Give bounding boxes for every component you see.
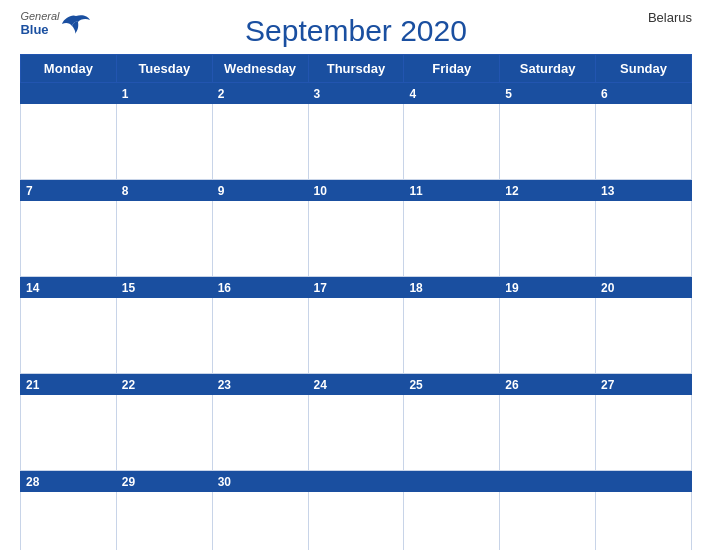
week-content-row-1 (21, 104, 692, 180)
day-cell (116, 395, 212, 471)
day-cell (212, 395, 308, 471)
day-cell (116, 201, 212, 277)
day-number: 27 (601, 378, 614, 392)
band-cell: 20 (596, 277, 692, 298)
band-cell: 18 (404, 277, 500, 298)
calendar: Monday Tuesday Wednesday Thursday Friday… (20, 54, 692, 550)
day-cell (404, 298, 500, 374)
day-cell (212, 201, 308, 277)
day-number: 10 (314, 184, 327, 198)
day-number: 17 (314, 281, 327, 295)
day-cell (596, 492, 692, 551)
day-number: 16 (218, 281, 231, 295)
country-label: Belarus (648, 10, 692, 25)
logo-blue: Blue (20, 22, 59, 37)
day-number: 23 (218, 378, 231, 392)
band-cell: 21 (21, 374, 117, 395)
band-cell (21, 83, 117, 104)
day-cell (404, 201, 500, 277)
band-cell: 17 (308, 277, 404, 298)
day-cell (308, 298, 404, 374)
col-sunday: Sunday (596, 55, 692, 83)
day-number: 29 (122, 475, 135, 489)
day-cell (21, 492, 117, 551)
day-cell (212, 298, 308, 374)
band-cell: 4 (404, 83, 500, 104)
band-cell: 29 (116, 471, 212, 492)
calendar-header: General Blue September 2020 Belarus (20, 10, 692, 48)
band-cell: 7 (21, 180, 117, 201)
day-number: 18 (409, 281, 422, 295)
day-cell (308, 201, 404, 277)
day-number: 30 (218, 475, 231, 489)
weekday-header-row: Monday Tuesday Wednesday Thursday Friday… (21, 55, 692, 83)
band-cell: 10 (308, 180, 404, 201)
day-cell (21, 104, 117, 180)
band-cell: 22 (116, 374, 212, 395)
band-cell (500, 471, 596, 492)
day-cell (116, 104, 212, 180)
band-cell: 14 (21, 277, 117, 298)
day-cell (500, 395, 596, 471)
day-cell (308, 395, 404, 471)
day-cell (404, 104, 500, 180)
day-number: 3 (314, 87, 321, 101)
band-cell: 1 (116, 83, 212, 104)
day-number: 20 (601, 281, 614, 295)
band-cell: 15 (116, 277, 212, 298)
band-cell (596, 471, 692, 492)
week-band-row-5: 282930 (21, 471, 692, 492)
logo: General Blue (20, 10, 90, 37)
day-number: 21 (26, 378, 39, 392)
day-number: 28 (26, 475, 39, 489)
day-cell (500, 492, 596, 551)
day-number: 9 (218, 184, 225, 198)
day-number: 8 (122, 184, 129, 198)
band-cell: 9 (212, 180, 308, 201)
band-cell: 2 (212, 83, 308, 104)
band-cell: 11 (404, 180, 500, 201)
day-number: 15 (122, 281, 135, 295)
day-number: 11 (409, 184, 422, 198)
band-cell: 30 (212, 471, 308, 492)
day-cell (500, 298, 596, 374)
band-cell: 25 (404, 374, 500, 395)
day-cell (212, 104, 308, 180)
day-cell (500, 104, 596, 180)
day-cell (500, 201, 596, 277)
band-cell: 28 (21, 471, 117, 492)
band-cell: 23 (212, 374, 308, 395)
band-cell: 16 (212, 277, 308, 298)
band-cell (404, 471, 500, 492)
band-cell: 3 (308, 83, 404, 104)
band-cell: 26 (500, 374, 596, 395)
day-number: 22 (122, 378, 135, 392)
logo-general: General (20, 10, 59, 22)
day-number: 1 (122, 87, 129, 101)
day-number: 24 (314, 378, 327, 392)
day-number: 13 (601, 184, 614, 198)
day-number: 5 (505, 87, 512, 101)
day-cell (212, 492, 308, 551)
day-number: 19 (505, 281, 518, 295)
day-cell (308, 104, 404, 180)
day-cell (116, 298, 212, 374)
day-cell (21, 298, 117, 374)
week-content-row-3 (21, 298, 692, 374)
day-number: 4 (409, 87, 416, 101)
band-cell: 8 (116, 180, 212, 201)
day-number: 26 (505, 378, 518, 392)
week-band-row-1: 123456 (21, 83, 692, 104)
day-number: 12 (505, 184, 518, 198)
col-tuesday: Tuesday (116, 55, 212, 83)
day-cell (596, 201, 692, 277)
day-cell (596, 395, 692, 471)
calendar-table: Monday Tuesday Wednesday Thursday Friday… (20, 54, 692, 550)
page-title: September 2020 (245, 14, 467, 48)
col-wednesday: Wednesday (212, 55, 308, 83)
week-content-row-4 (21, 395, 692, 471)
band-cell: 19 (500, 277, 596, 298)
band-cell: 27 (596, 374, 692, 395)
col-monday: Monday (21, 55, 117, 83)
day-cell (21, 201, 117, 277)
